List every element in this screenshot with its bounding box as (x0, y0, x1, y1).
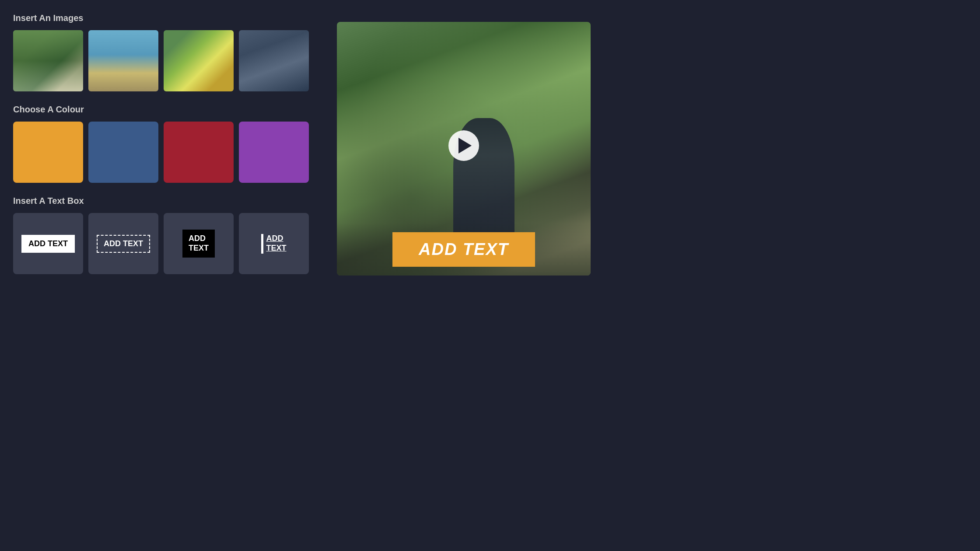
color-section: Choose A Colour (13, 105, 319, 183)
image-thumb-runner[interactable] (13, 30, 83, 91)
color-swatch-red[interactable] (164, 122, 234, 183)
images-section-title: Insert An Images (13, 13, 319, 23)
textbox-label-2: ADD TEXT (104, 239, 143, 248)
textbox-style-1[interactable]: ADD TEXT (13, 213, 83, 274)
preview-container: ADD TEXT (337, 22, 591, 276)
play-icon (458, 138, 472, 153)
textbox-inner-2: ADD TEXT (97, 235, 150, 253)
textbox-grid: ADD TEXT ADD TEXT ADDTEXT ADDTEXT (13, 213, 319, 274)
image-grid (13, 30, 319, 91)
textbox-label-4: ADDTEXT (266, 234, 286, 253)
color-swatch-orange[interactable] (13, 122, 83, 183)
color-swatch-blue[interactable] (88, 122, 158, 183)
right-panel: ADD TEXT (337, 13, 967, 538)
textbox-label-3: ADDTEXT (189, 234, 209, 252)
textbox-inner-4: ADDTEXT (258, 230, 290, 257)
add-text-overlay[interactable]: ADD TEXT (392, 232, 535, 267)
image-thumb-building[interactable] (239, 30, 309, 91)
textbox-section: Insert A Text Box ADD TEXT ADD TEXT ADDT… (13, 196, 319, 274)
preview-image: ADD TEXT (337, 22, 591, 276)
image-thumb-beach[interactable] (88, 30, 158, 91)
add-text-label: ADD TEXT (419, 240, 509, 258)
image-thumb-salad[interactable] (164, 30, 234, 91)
color-grid (13, 122, 319, 183)
textbox-inner-1: ADD TEXT (21, 235, 75, 253)
play-button[interactable] (448, 130, 479, 161)
textbox-bar (261, 234, 263, 254)
textbox-inner-3: ADDTEXT (182, 230, 215, 257)
left-panel: Insert An Images Choose A Colour Insert … (13, 13, 319, 538)
color-swatch-purple[interactable] (239, 122, 309, 183)
textbox-style-2[interactable]: ADD TEXT (88, 213, 158, 274)
textbox-style-4[interactable]: ADDTEXT (239, 213, 309, 274)
textbox-label-1: ADD TEXT (28, 239, 68, 248)
textbox-section-title: Insert A Text Box (13, 196, 319, 206)
color-section-title: Choose A Colour (13, 105, 319, 115)
images-section: Insert An Images (13, 13, 319, 91)
textbox-style-3[interactable]: ADDTEXT (164, 213, 234, 274)
